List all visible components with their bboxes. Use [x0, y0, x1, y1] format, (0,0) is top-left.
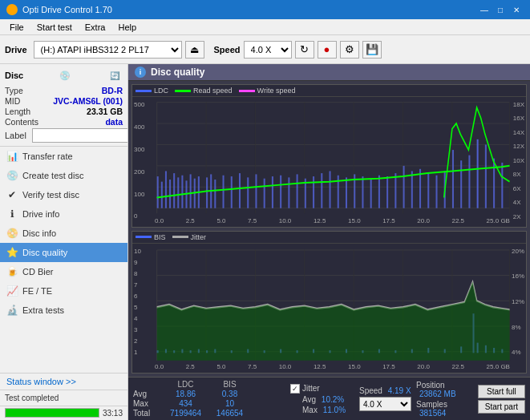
legend-jitter: Jitter [191, 233, 207, 241]
menu-start-test[interactable]: Start test [30, 21, 79, 34]
label-input[interactable] [32, 128, 128, 143]
row-avg-label: Avg [133, 390, 164, 398]
nav-verify-test-disc-label: Verify test disc [22, 190, 79, 200]
chart-ldc-svg [132, 97, 526, 224]
cd-bier-icon: 🍺 [6, 266, 18, 277]
menu-extra[interactable]: Extra [79, 21, 112, 34]
max-ldc: 434 [164, 399, 208, 408]
settings-button[interactable]: ⚙ [340, 41, 359, 59]
nav-create-test-disc[interactable]: 💿 Create test disc [0, 166, 127, 185]
row-max-label: Max [133, 399, 164, 408]
nav-disc-quality[interactable]: ⭐ Disc quality [0, 243, 127, 262]
chart-ldc-canvas: 5004003002001000 18X16X14X12X10X8X6X4X2X… [132, 97, 526, 224]
svg-rect-53 [427, 173, 429, 208]
menu-bar: File Start test Extra Help [0, 19, 530, 35]
svg-rect-20 [181, 176, 183, 208]
nav-cd-bier-label: CD Bier [22, 267, 54, 277]
type-label: Type [5, 86, 23, 95]
nav-transfer-rate[interactable]: 📊 Transfer rate [0, 147, 127, 166]
svg-rect-40 [321, 173, 322, 208]
row-max-label2: Max [302, 406, 318, 414]
charts-area: LDC Read speed Write speed [128, 81, 530, 377]
close-button[interactable]: ✕ [509, 3, 524, 16]
nav-drive-info[interactable]: ℹ Drive info [0, 204, 127, 224]
start-part-button[interactable]: Start part [478, 400, 525, 414]
drive-select[interactable]: (H:) ATAPI iHBS312 2 PL17 [34, 41, 182, 59]
nav-cd-bier[interactable]: 🍺 CD Bier [0, 262, 127, 281]
status-window-button[interactable]: Status window >> [0, 373, 127, 390]
total-bis: 146654 [208, 409, 252, 418]
col-header-ldc: LDC [164, 380, 208, 389]
refresh-button[interactable]: ↻ [295, 41, 314, 59]
svg-rect-50 [403, 166, 405, 208]
svg-rect-35 [280, 176, 281, 208]
svg-rect-48 [386, 176, 388, 208]
nav-disc-quality-label: Disc quality [22, 248, 67, 257]
start-full-button[interactable]: Start full [478, 385, 525, 398]
samples-val: 381564 [419, 409, 446, 418]
position-label: Position [416, 381, 445, 390]
position-stats: Position 23862 MB Samples 381564 [416, 381, 468, 418]
nav-fe-te[interactable]: 📈 FE / TE [0, 281, 127, 301]
svg-rect-19 [177, 177, 179, 208]
jitter-avg: 10.2% [322, 395, 344, 404]
chart-ldc-y-right: 18X16X14X12X10X8X6X4X2X [513, 97, 524, 224]
type-value: BD-R [102, 86, 123, 95]
svg-rect-14 [157, 176, 159, 208]
chart-bis-x-axis: 0.02.55.07.510.012.515.017.520.022.525.0… [155, 363, 510, 370]
progress-bar [5, 408, 99, 418]
svg-rect-32 [255, 174, 257, 208]
position-val: 23862 MB [419, 390, 456, 398]
eject-button[interactable]: ⏏ [185, 41, 204, 59]
svg-rect-56 [452, 150, 454, 208]
menu-help[interactable]: Help [111, 21, 143, 34]
speed-stats: Speed 4.19 X 4.0 X [359, 386, 411, 411]
main-content: Disc 💿 🔄 Type BD-R MID JVC-AMS6L (001) L… [0, 64, 530, 420]
svg-rect-34 [272, 176, 273, 208]
nav-verify-test-disc[interactable]: ✔ Verify test disc [0, 185, 127, 204]
save-button[interactable]: 💾 [362, 41, 382, 59]
svg-rect-30 [239, 173, 241, 208]
bottom-controls: LDC BIS Avg 18.86 0.38 Max 434 10 Total … [128, 377, 530, 420]
svg-rect-37 [297, 174, 298, 208]
chart-bis-svg [132, 244, 526, 371]
ldc-bis-stats: LDC BIS Avg 18.86 0.38 Max 434 10 Total … [133, 380, 285, 418]
color-button[interactable]: ● [318, 41, 337, 59]
app-icon [6, 4, 18, 15]
action-buttons: Start full Start part [478, 385, 525, 414]
extra-tests-icon: 🔬 [6, 305, 18, 316]
svg-rect-57 [460, 160, 462, 208]
col-header-bis: BIS [208, 380, 252, 389]
svg-rect-31 [247, 177, 249, 208]
row-total-label: Total [133, 409, 164, 418]
nav-disc-info[interactable]: 📀 Disc info [0, 224, 127, 243]
length-label: Length [5, 107, 30, 116]
svg-rect-27 [214, 180, 216, 208]
svg-rect-47 [378, 176, 380, 208]
speed-select[interactable]: 4.0 X [244, 41, 292, 59]
disc-action-icon[interactable]: 🔄 [107, 67, 123, 83]
legend-read-speed: Read speed [193, 87, 233, 95]
nav-extra-tests[interactable]: 🔬 Extra tests [0, 301, 127, 320]
legend-ldc: LDC [154, 87, 168, 95]
chart-ldc-legend: LDC Read speed Write speed [132, 85, 526, 97]
nav-drive-info-label: Drive info [22, 209, 59, 219]
speed-dropdown[interactable]: 4.0 X [359, 397, 411, 411]
svg-rect-62 [501, 163, 503, 208]
minimize-button[interactable]: — [477, 3, 492, 16]
chart-ldc-x-axis: 0.02.55.07.510.012.515.017.520.022.525.0… [155, 217, 510, 224]
svg-rect-54 [435, 176, 437, 208]
svg-rect-28 [223, 176, 225, 208]
chart-bis-canvas: 10987654321 20%16%12%8%4% 0.02.55.07.510… [132, 244, 526, 371]
transfer-rate-icon: 📊 [6, 151, 18, 162]
legend-bis: BIS [154, 233, 166, 241]
menu-file[interactable]: File [3, 21, 30, 34]
nav-transfer-rate-label: Transfer rate [22, 151, 73, 161]
svg-rect-58 [468, 155, 470, 208]
max-bis: 10 [208, 399, 252, 408]
maximize-button[interactable]: □ [493, 3, 508, 16]
app-title: Opti Drive Control 1.70 [22, 5, 112, 14]
toolbar: Drive (H:) ATAPI iHBS312 2 PL17 ⏏ Speed … [0, 35, 530, 64]
verify-test-disc-icon: ✔ [6, 189, 18, 200]
jitter-checkbox[interactable]: ✓ [290, 384, 300, 394]
